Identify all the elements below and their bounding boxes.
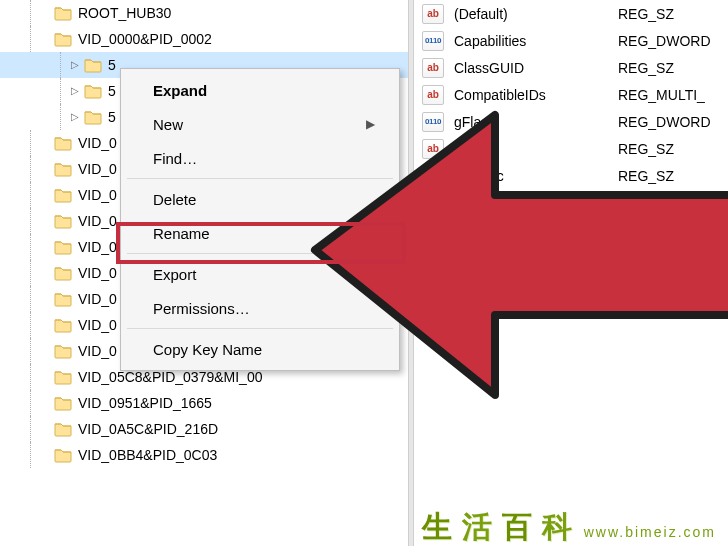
registry-values[interactable]: ab(Default)REG_SZ0110CapabilitiesREG_DWO… <box>414 0 728 546</box>
tree-guide <box>24 182 38 208</box>
tree-item-label: VID_0 <box>78 260 117 286</box>
value-name: Capabilities <box>454 33 618 49</box>
tree-guide <box>24 442 38 468</box>
folder-icon <box>54 239 72 255</box>
context-menu-delete[interactable]: Delete <box>123 182 397 216</box>
string-value-icon: ab <box>422 220 444 240</box>
chevron-right-icon[interactable]: ▷ <box>68 110 82 124</box>
value-type: REG_SZ <box>618 60 728 76</box>
context-menu-label: Delete <box>153 191 196 208</box>
value-row[interactable]: abREG_SZ <box>414 189 728 216</box>
tree-item[interactable]: VID_0951&PID_1665 <box>0 390 408 416</box>
value-type: REG_SZ <box>618 168 728 184</box>
tree-item-label: VID_0 <box>78 208 117 234</box>
context-menu-label: Expand <box>153 82 207 99</box>
folder-icon <box>54 5 72 21</box>
value-type: REG_SZ <box>618 6 728 22</box>
context-menu-rename[interactable]: Rename <box>123 216 397 250</box>
tree-guide <box>24 338 38 364</box>
value-row[interactable]: abainerIDREG_SZ <box>414 135 728 162</box>
folder-icon <box>54 135 72 151</box>
string-value-icon: ab <box>422 274 444 294</box>
folder-icon <box>84 109 102 125</box>
tree-item-label: VID_0 <box>78 286 117 312</box>
value-row[interactable]: abREG_MULTI_ <box>414 216 728 243</box>
value-row[interactable]: abCompatibleIDsREG_MULTI_ <box>414 81 728 108</box>
tree-guide <box>24 260 38 286</box>
value-type: REG_SZ <box>618 195 728 211</box>
string-value-icon: ab <box>422 58 444 78</box>
value-row[interactable]: abClassGUIDREG_SZ <box>414 54 728 81</box>
tree-item-label: 5 <box>108 104 116 130</box>
value-name: ClassGUID <box>454 60 618 76</box>
folder-icon <box>54 369 72 385</box>
tree-item[interactable]: ROOT_HUB30 <box>0 0 408 26</box>
tree-item-label: VID_0 <box>78 130 117 156</box>
value-type: REG_MULTI_ <box>618 87 728 103</box>
tree-item-label: VID_0BB4&PID_0C03 <box>78 442 217 468</box>
value-row[interactable]: abiceDescREG_SZ <box>414 162 728 189</box>
tree-guide <box>24 26 38 52</box>
context-menu-label: Find… <box>153 150 197 167</box>
context-menu-new[interactable]: New ▶ <box>123 107 397 141</box>
folder-icon <box>54 291 72 307</box>
value-type: REG_DWORD <box>618 114 728 130</box>
value-row[interactable]: abtionInform…REG_SZ <box>414 243 728 270</box>
binary-value-icon: 0110 <box>422 31 444 51</box>
string-value-icon: ab <box>422 139 444 159</box>
tree-guide <box>24 234 38 260</box>
tree-item-label: VID_0A5C&PID_216D <box>78 416 218 442</box>
tree-guide <box>24 390 38 416</box>
folder-icon <box>84 83 102 99</box>
tree-guide <box>24 416 38 442</box>
tree-guide <box>24 130 38 156</box>
context-menu-label: Copy Key Name <box>153 341 262 358</box>
tree-item-label: VID_0 <box>78 182 117 208</box>
value-name: tionInform… <box>454 249 618 265</box>
value-row[interactable]: abREG_SZ <box>414 270 728 297</box>
tree-item-label: VID_0 <box>78 338 117 364</box>
tree-guide <box>24 312 38 338</box>
context-menu-find[interactable]: Find… <box>123 141 397 175</box>
string-value-icon: ab <box>422 4 444 24</box>
tree-item[interactable]: VID_0BB4&PID_0C03 <box>0 442 408 468</box>
context-menu-expand[interactable]: Expand <box>123 73 397 107</box>
context-menu-label: Rename <box>153 225 210 242</box>
value-row[interactable]: ab(Default)REG_SZ <box>414 0 728 27</box>
folder-icon <box>84 57 102 73</box>
tree-item-label: ROOT_HUB30 <box>78 0 171 26</box>
value-type: REG_SZ <box>618 141 728 157</box>
context-menu-export[interactable]: Export <box>123 257 397 291</box>
tree-item[interactable]: VID_0A5C&PID_216D <box>0 416 408 442</box>
string-value-icon: ab <box>422 85 444 105</box>
chevron-right-icon[interactable]: ▷ <box>68 84 82 98</box>
value-row[interactable]: 0110CapabilitiesREG_DWORD <box>414 27 728 54</box>
menu-separator <box>127 253 393 254</box>
folder-icon <box>54 395 72 411</box>
chevron-right-icon[interactable]: ▷ <box>68 58 82 72</box>
tree-item-label: 5 <box>108 78 116 104</box>
value-name: (Default) <box>454 6 618 22</box>
watermark: 生 活 百 科 www.bimeiz.com <box>420 512 722 542</box>
value-name: ainerID <box>454 141 618 157</box>
context-menu-permissions[interactable]: Permissions… <box>123 291 397 325</box>
value-type: REG_SZ <box>618 276 728 292</box>
value-name: gFlags <box>454 114 618 130</box>
menu-separator <box>127 178 393 179</box>
tree-guide <box>24 208 38 234</box>
tree-item-label: VID_0951&PID_1665 <box>78 390 212 416</box>
tree-item-label: VID_0 <box>78 312 117 338</box>
value-type: REG_MULTI_ <box>618 222 728 238</box>
string-value-icon: ab <box>422 247 444 267</box>
value-type: REG_DWORD <box>618 33 728 49</box>
watermark-url: www.bimeiz.com <box>578 523 722 541</box>
context-menu-copy-key-name[interactable]: Copy Key Name <box>123 332 397 366</box>
tree-guide <box>24 0 38 26</box>
folder-icon <box>54 187 72 203</box>
tree-guide <box>24 364 38 390</box>
tree-guide <box>54 104 68 130</box>
value-row[interactable]: 0110gFlagsREG_DWORD <box>414 108 728 135</box>
tree-item[interactable]: VID_0000&PID_0002 <box>0 26 408 52</box>
folder-icon <box>54 317 72 333</box>
folder-icon <box>54 265 72 281</box>
